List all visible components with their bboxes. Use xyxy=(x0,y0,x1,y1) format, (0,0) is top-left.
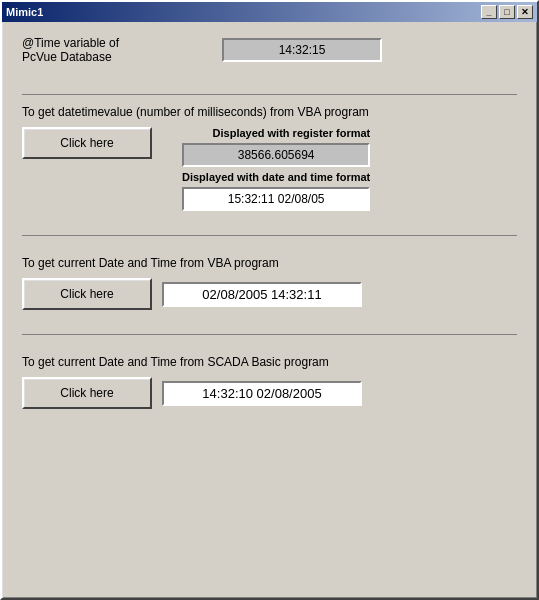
section1-register-label: Displayed with register format xyxy=(182,127,370,139)
title-bar-buttons: _ □ ✕ xyxy=(481,5,533,19)
section3-value: 14:32:10 02/08/2005 xyxy=(162,381,362,406)
section1-datetime-label: Displayed with date and time format xyxy=(182,171,370,183)
minimize-button[interactable]: _ xyxy=(481,5,497,19)
section1-click-button[interactable]: Click here xyxy=(22,127,152,159)
section2-description: To get current Date and Time from VBA pr… xyxy=(22,256,517,270)
section1: To get datetimevalue (number of millisec… xyxy=(22,105,517,211)
separator-1 xyxy=(22,94,517,95)
title-bar: Mimic1 _ □ ✕ xyxy=(2,2,537,22)
section3-row: Click here 14:32:10 02/08/2005 xyxy=(22,377,517,409)
time-variable-label: @Time variable of PcVue Database xyxy=(22,36,222,64)
section1-display-group: Displayed with register format 38566.605… xyxy=(182,127,370,211)
window: Mimic1 _ □ ✕ @Time variable of PcVue Dat… xyxy=(0,0,539,600)
section1-register-value: 38566.605694 xyxy=(182,143,370,167)
time-variable-value: 14:32:15 xyxy=(222,38,382,62)
section1-button-row: Click here Displayed with register forma… xyxy=(22,127,517,211)
section2-value: 02/08/2005 14:32:11 xyxy=(162,282,362,307)
section2: To get current Date and Time from VBA pr… xyxy=(22,256,517,310)
close-button[interactable]: ✕ xyxy=(517,5,533,19)
time-variable-section: @Time variable of PcVue Database 14:32:1… xyxy=(22,36,517,64)
section1-description: To get datetimevalue (number of millisec… xyxy=(22,105,517,119)
main-content: @Time variable of PcVue Database 14:32:1… xyxy=(2,22,537,598)
section2-click-button[interactable]: Click here xyxy=(22,278,152,310)
section3: To get current Date and Time from SCADA … xyxy=(22,355,517,409)
window-title: Mimic1 xyxy=(6,6,43,18)
maximize-button[interactable]: □ xyxy=(499,5,515,19)
section3-description: To get current Date and Time from SCADA … xyxy=(22,355,517,369)
section1-datetime-value: 15:32:11 02/08/05 xyxy=(182,187,370,211)
section3-click-button[interactable]: Click here xyxy=(22,377,152,409)
section2-row: Click here 02/08/2005 14:32:11 xyxy=(22,278,517,310)
separator-3 xyxy=(22,334,517,335)
separator-2 xyxy=(22,235,517,236)
